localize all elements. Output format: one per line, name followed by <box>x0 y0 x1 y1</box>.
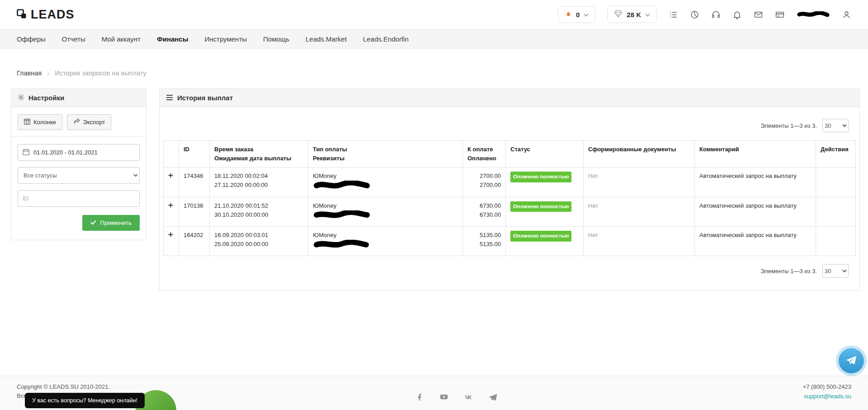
diamond-icon <box>614 10 623 19</box>
facebook-icon[interactable] <box>415 392 424 403</box>
youtube-icon[interactable] <box>439 392 448 403</box>
expected-date: 25.09.2020 00:00:00 <box>214 240 303 249</box>
pie-chart-icon[interactable] <box>690 10 699 19</box>
tasks-icon[interactable] <box>669 10 678 19</box>
payout-id: 174346 <box>179 168 210 197</box>
nav-item-account[interactable]: Мой аккаунт <box>102 35 141 43</box>
redacted-username[interactable] <box>797 11 830 18</box>
id-filter-input[interactable] <box>18 190 140 207</box>
status-cell: Оплачено полностью <box>506 226 584 256</box>
nav-item-tools[interactable]: Инструменты <box>205 35 247 43</box>
expected-date: 27.11.2020 00:00:00 <box>214 181 303 190</box>
chevron-down-icon <box>645 11 650 18</box>
documents-cell: Нет <box>584 197 695 226</box>
settings-panel-header: Настройки <box>11 89 146 107</box>
flame-icon <box>565 10 572 19</box>
comment-cell: Автоматический запрос на выплату <box>695 226 816 256</box>
id-column-header: ID <box>179 141 210 168</box>
nav-item-leads-market[interactable]: Leads.Market <box>306 35 347 43</box>
actions-cell <box>816 226 856 256</box>
payout-dates: 16.09.2020 00:03:01 25.09.2020 00:00:00 <box>210 226 308 256</box>
calendar-icon <box>23 149 29 157</box>
time-column-header: Время заказа Ожидаемая дата выплаты <box>210 141 308 168</box>
telegram-icon[interactable] <box>488 392 497 403</box>
balance-value: 28 K <box>627 11 641 19</box>
user-icon[interactable] <box>842 10 851 19</box>
nav-item-finances[interactable]: Финансы <box>157 35 189 43</box>
redacted-requisites <box>313 214 371 221</box>
status-select[interactable]: Все статусы <box>18 167 140 184</box>
pager-summary: Элементы 1—3 из 3. <box>760 268 817 275</box>
settings-title: Настройки <box>28 94 64 102</box>
bonus-value: 0 <box>576 11 580 19</box>
page-size-select[interactable]: 30 <box>822 264 849 278</box>
status-badge: Оплачено полностью <box>510 172 571 182</box>
bell-icon[interactable] <box>732 10 742 19</box>
balance-badge[interactable]: 28 K <box>607 6 657 23</box>
logo-text: LEADS <box>31 8 75 22</box>
pager-summary: Элементы 1—3 из 3. <box>760 122 817 129</box>
credit-card-icon[interactable] <box>775 10 785 19</box>
documents-cell: Нет <box>584 168 695 197</box>
bonus-badge[interactable]: 0 <box>558 6 595 23</box>
order-time: 18.11.2020 00:02:04 <box>214 172 303 181</box>
expand-column-header <box>164 141 179 168</box>
date-range-input[interactable] <box>33 149 135 156</box>
payout-dates: 21.10.2020 00:01:52 30.10.2020 00:00:00 <box>210 197 308 226</box>
footer-contact: +7 (800) 500-2423 support@leads.su <box>803 382 851 410</box>
payment-type: ЮMoney <box>313 231 458 240</box>
expand-row-button[interactable] <box>168 201 173 208</box>
comment-cell: Автоматический запрос на выплату <box>695 197 816 226</box>
page-size-select[interactable]: 30 <box>822 119 849 132</box>
order-time: 16.09.2020 00:03:01 <box>214 231 303 240</box>
breadcrumb-home[interactable]: Главная <box>17 70 42 77</box>
status-column-header: Статус <box>506 141 584 168</box>
leads-logo[interactable]: LEADS <box>17 8 75 22</box>
docs-column-header: Сформированные документы <box>584 141 695 168</box>
nav-item-help[interactable]: Помощь <box>263 35 289 43</box>
status-cell: Оплачено полностью <box>506 197 584 226</box>
redacted-requisites <box>313 184 371 191</box>
topbar: LEADS 0 28 K <box>0 0 868 29</box>
table-header-row: ID Время заказа Ожидаемая дата выплаты Т… <box>164 141 856 168</box>
expand-row-button[interactable] <box>168 172 173 178</box>
pager-top: Элементы 1—3 из 3. 30 <box>160 107 859 140</box>
divider <box>11 136 146 137</box>
expected-date: 30.10.2020 00:00:00 <box>214 210 303 219</box>
actions-cell <box>816 197 856 226</box>
gear-icon <box>18 94 24 102</box>
mail-icon[interactable] <box>754 10 763 19</box>
apply-button[interactable]: Применить <box>82 215 140 231</box>
nav-item-leads-endorfin[interactable]: Leads.Endorfin <box>363 35 409 43</box>
payout-history-header: История выплат <box>160 89 859 107</box>
support-email-link[interactable]: support@leads.su <box>803 392 851 401</box>
nav-item-reports[interactable]: Отчеты <box>62 35 85 43</box>
redacted-requisites <box>313 243 370 250</box>
amount-cell: 2700.00 2700.00 <box>463 168 506 197</box>
paper-plane-icon <box>845 354 857 368</box>
support-phone: +7 (800) 500-2423 <box>803 382 851 392</box>
order-time: 21.10.2020 00:01:52 <box>214 201 303 210</box>
copyright-line1: Copyright © LEADS.SU 2010-2021. <box>17 382 110 391</box>
breadcrumb-current: История запросов на выплату <box>55 70 146 77</box>
apply-button-label: Применить <box>100 219 132 226</box>
amount-due: 5135.00 <box>467 231 501 240</box>
status-cell: Оплачено полностью <box>506 168 584 197</box>
columns-button[interactable]: Колонки <box>18 114 62 130</box>
vk-icon[interactable] <box>464 392 473 403</box>
breadcrumb-separator: › <box>47 69 49 77</box>
hamburger-icon <box>166 94 173 102</box>
documents-cell: Нет <box>584 226 695 256</box>
amount-due: 6730.00 <box>467 201 501 210</box>
headset-icon[interactable] <box>711 10 721 19</box>
date-range-field[interactable] <box>18 144 140 161</box>
payout-history-panel: История выплат Элементы 1—3 из 3. 30 ID … <box>159 89 860 291</box>
telegram-chat-button[interactable] <box>839 348 864 373</box>
payout-id: 170136 <box>179 197 210 226</box>
actions-column-header: Действия <box>816 141 856 168</box>
comment-column-header: Комментарий <box>695 141 816 168</box>
nav-item-offers[interactable]: Офферы <box>17 35 46 43</box>
export-button[interactable]: Экспорт <box>67 114 112 130</box>
expand-row-button[interactable] <box>168 231 173 237</box>
chevron-down-icon <box>584 11 589 18</box>
